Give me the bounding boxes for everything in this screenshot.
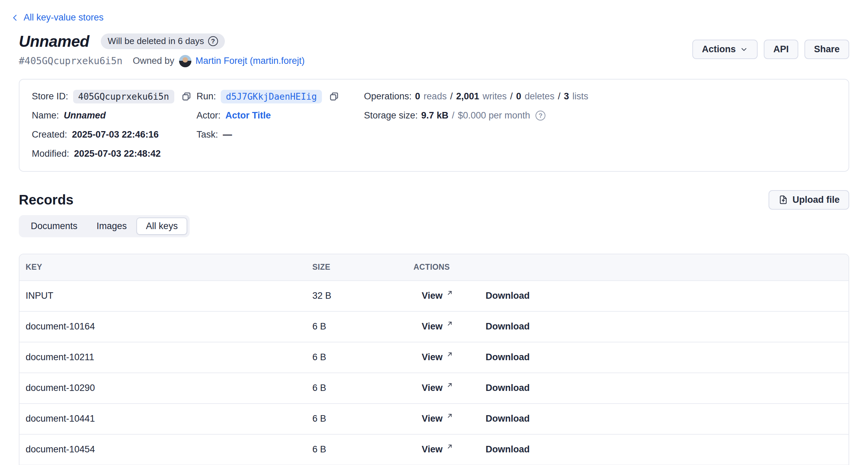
tab-images[interactable]: Images <box>87 217 137 235</box>
record-size: 6 B <box>312 352 413 363</box>
info-card-column-3: Operations: 0 reads / 2,001 writes / 0 d… <box>364 87 842 164</box>
writes-value: 2,001 <box>456 91 479 102</box>
reads-label: reads <box>424 91 447 102</box>
external-link-icon <box>446 443 453 450</box>
actor-label: Actor: <box>196 110 221 121</box>
page-header: Unnamed Will be deleted in 6 days ? #405… <box>19 32 849 67</box>
view-label: View <box>422 291 443 301</box>
chevron-left-icon <box>11 13 19 22</box>
header-left: Unnamed Will be deleted in 6 days ? #405… <box>19 32 305 67</box>
view-label: View <box>422 413 443 424</box>
separator: / <box>452 110 455 121</box>
run-row: Run: d5J7GKkjDaenHEIig <box>196 87 364 106</box>
owner-link[interactable]: Martin Forejt (martin.forejt) <box>195 56 305 66</box>
task-label: Task: <box>196 129 218 140</box>
name-label: Name: <box>32 110 59 121</box>
store-hash: #405GQcuprxeku6i5n <box>19 55 122 67</box>
help-icon[interactable]: ? <box>208 36 218 46</box>
operations-label: Operations: <box>364 91 412 102</box>
table-row: document-10454 6 B View Download <box>19 434 849 465</box>
record-key: INPUT <box>26 291 312 301</box>
view-link[interactable]: View <box>422 321 453 332</box>
table-row: document-10441 6 B View Download <box>19 403 849 434</box>
view-label: View <box>422 321 443 332</box>
avatar <box>179 55 191 67</box>
view-link[interactable]: View <box>422 444 453 455</box>
tab-all-keys[interactable]: All keys <box>136 217 187 235</box>
download-link[interactable]: Download <box>486 383 530 393</box>
store-id-label: Store ID: <box>32 91 68 102</box>
view-link[interactable]: View <box>422 383 453 393</box>
actor-row: Actor: Actor Title <box>196 106 364 125</box>
record-key: document-10441 <box>26 413 312 424</box>
info-card-column-1: Store ID: 405GQcuprxeku6i5n Name: Unname… <box>32 87 196 164</box>
deletes-value: 0 <box>516 91 521 102</box>
lists-label: lists <box>572 91 588 102</box>
external-link-icon <box>446 412 453 420</box>
download-link[interactable]: Download <box>486 321 530 332</box>
upload-file-button[interactable]: Upload file <box>769 190 849 210</box>
deletion-badge: Will be deleted in 6 days ? <box>101 33 225 49</box>
column-header-key: KEY <box>26 263 312 272</box>
modified-label: Modified: <box>32 149 69 159</box>
table-row: document-10164 6 B View Download <box>19 311 849 342</box>
run-id-chip[interactable]: d5J7GKkjDaenHEIig <box>221 90 322 103</box>
page-title: Unnamed <box>19 32 89 51</box>
actor-link[interactable]: Actor Title <box>226 110 271 121</box>
storage-row: Storage size: 9.7 kB / $0.000 per month … <box>364 106 842 125</box>
separator: / <box>558 91 560 102</box>
store-id-chip: 405GQcuprxeku6i5n <box>73 90 174 103</box>
download-link[interactable]: Download <box>486 352 530 363</box>
share-button[interactable]: Share <box>804 40 849 59</box>
record-key: document-10290 <box>26 383 312 393</box>
store-info-card: Store ID: 405GQcuprxeku6i5n Name: Unname… <box>19 79 849 172</box>
api-button[interactable]: API <box>764 40 798 59</box>
store-id-row: Store ID: 405GQcuprxeku6i5n <box>32 87 196 106</box>
tab-documents[interactable]: Documents <box>21 217 87 235</box>
breadcrumb-back-link[interactable]: All key-value stores <box>11 12 104 23</box>
writes-label: writes <box>483 91 507 102</box>
download-link[interactable]: Download <box>486 444 530 455</box>
view-link[interactable]: View <box>422 291 453 301</box>
download-link[interactable]: Download <box>486 413 530 424</box>
record-key: document-10454 <box>26 444 312 455</box>
view-link[interactable]: View <box>422 352 453 363</box>
copy-icon[interactable] <box>329 91 339 102</box>
external-link-icon <box>446 381 453 389</box>
upload-file-icon <box>778 195 788 205</box>
record-size: 6 B <box>312 383 413 393</box>
header-buttons: Actions API Share <box>692 40 849 59</box>
created-value: 2025-07-03 22:46:16 <box>72 129 159 140</box>
breadcrumb-label: All key-value stores <box>24 12 104 23</box>
copy-icon[interactable] <box>181 91 192 102</box>
storage-cost: $0.000 per month <box>458 110 530 121</box>
view-link[interactable]: View <box>422 413 453 424</box>
run-label: Run: <box>196 91 216 102</box>
created-row: Created: 2025-07-03 22:46:16 <box>32 125 196 144</box>
lists-value: 3 <box>564 91 569 102</box>
info-card-column-2: Run: d5J7GKkjDaenHEIig Actor: Actor Titl… <box>196 87 364 164</box>
external-link-icon <box>446 320 453 327</box>
download-link[interactable]: Download <box>486 291 530 301</box>
table-row: document-10290 6 B View Download <box>19 372 849 403</box>
separator: / <box>450 91 453 102</box>
records-tabs: Documents Images All keys <box>19 215 190 237</box>
view-label: View <box>422 444 443 455</box>
table-row: document-10211 6 B View Download <box>19 342 849 372</box>
actions-button[interactable]: Actions <box>692 40 758 59</box>
actions-button-label: Actions <box>702 44 736 55</box>
records-table: KEY SIZE ACTIONS INPUT 32 B View Downloa… <box>19 254 849 465</box>
help-icon[interactable]: ? <box>535 111 545 121</box>
record-size: 6 B <box>312 413 413 424</box>
key-value-store-detail-page: All key-value stores Unnamed Will be del… <box>0 0 868 465</box>
records-header: Records Upload file <box>19 190 849 210</box>
view-label: View <box>422 352 443 363</box>
table-header: KEY SIZE ACTIONS <box>19 254 849 280</box>
column-header-size: SIZE <box>312 263 413 272</box>
name-value: Unnamed <box>64 110 106 121</box>
reads-value: 0 <box>415 91 420 102</box>
view-label: View <box>422 383 443 393</box>
separator: / <box>510 91 513 102</box>
storage-size-value: 9.7 kB <box>421 110 449 121</box>
created-label: Created: <box>32 129 67 140</box>
